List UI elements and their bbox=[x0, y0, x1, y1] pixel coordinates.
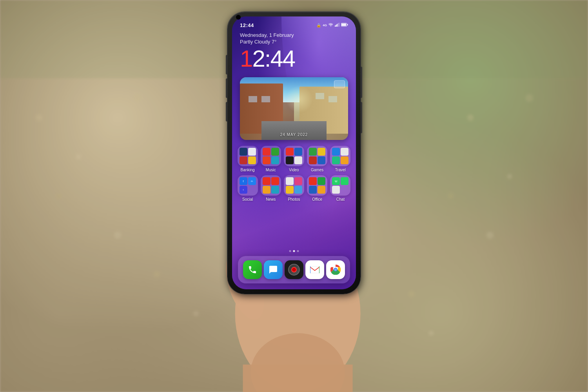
folder-news[interactable]: News bbox=[260, 175, 282, 201]
mini-app bbox=[286, 148, 294, 156]
photo-thumbnail-icon bbox=[334, 80, 345, 88]
mini-app bbox=[263, 186, 270, 194]
dock-camera-app[interactable] bbox=[285, 260, 303, 279]
mini-app bbox=[309, 177, 317, 185]
folder-photos-icon bbox=[284, 175, 304, 196]
mini-app bbox=[294, 156, 302, 164]
page-dot-3 bbox=[297, 250, 299, 252]
svg-point-8 bbox=[467, 114, 474, 121]
mini-app bbox=[286, 186, 294, 194]
network-bars-icon bbox=[335, 23, 339, 27]
page-dot-2-active bbox=[293, 250, 295, 252]
photo-widget[interactable]: 24 MAY 2022 bbox=[240, 77, 348, 140]
folder-video-icon bbox=[284, 146, 304, 166]
mini-app bbox=[318, 186, 325, 194]
mini-app bbox=[318, 148, 325, 156]
mini-app bbox=[318, 177, 325, 185]
battery-icon bbox=[341, 23, 348, 27]
mini-app bbox=[332, 148, 340, 156]
folder-music-label: Music bbox=[266, 168, 276, 172]
folder-video[interactable]: Video bbox=[283, 146, 305, 172]
mini-app: t bbox=[240, 186, 247, 194]
mini-app bbox=[341, 177, 348, 185]
dock-chrome-app[interactable] bbox=[326, 260, 345, 279]
folder-chat[interactable]: W Chat bbox=[329, 175, 351, 201]
folder-social-label: Social bbox=[242, 197, 253, 201]
svg-point-4 bbox=[76, 154, 81, 159]
mini-app bbox=[294, 148, 302, 156]
street-photo bbox=[240, 77, 348, 140]
svg-rect-28 bbox=[337, 24, 338, 27]
mini-app bbox=[248, 148, 256, 156]
mini-app bbox=[294, 177, 302, 185]
folder-music-icon bbox=[261, 146, 281, 166]
big-clock: 12:44 bbox=[240, 47, 295, 71]
page-indicator bbox=[289, 250, 299, 252]
mini-app bbox=[309, 156, 317, 164]
mini-app bbox=[263, 177, 270, 185]
svg-rect-27 bbox=[336, 25, 337, 27]
mini-app bbox=[318, 156, 325, 164]
folder-social-icon: f in t bbox=[238, 175, 258, 196]
folder-news-label: News bbox=[266, 197, 276, 201]
folder-photos[interactable]: Photos bbox=[283, 175, 305, 201]
mini-app bbox=[271, 156, 279, 164]
app-row-2: f in t Social bbox=[236, 175, 352, 201]
svg-rect-32 bbox=[347, 24, 348, 25]
phone: 12:44 🔒 4G bbox=[227, 12, 361, 294]
status-bar: 12:44 🔒 4G bbox=[232, 16, 356, 31]
phone-outer: 12:44 🔒 4G bbox=[227, 12, 361, 294]
folder-news-icon bbox=[261, 175, 281, 196]
mini-app bbox=[286, 177, 294, 185]
folder-travel-label: Travel bbox=[335, 168, 346, 172]
mini-app bbox=[248, 186, 256, 194]
clock-hour-digit: 1 bbox=[240, 45, 252, 72]
dock-gmail-app[interactable] bbox=[305, 260, 324, 279]
folder-banking-label: Banking bbox=[241, 168, 255, 172]
folder-office-icon bbox=[307, 175, 327, 196]
folder-music[interactable]: Music bbox=[260, 146, 282, 172]
svg-point-5 bbox=[133, 94, 141, 102]
weather-section: Wednesday, 1 February Partly Cloudy 7° bbox=[240, 32, 348, 45]
svg-point-12 bbox=[486, 232, 494, 239]
mini-app bbox=[332, 156, 340, 164]
svg-rect-33 bbox=[341, 24, 346, 26]
mini-app bbox=[248, 156, 256, 164]
mini-app bbox=[309, 186, 317, 194]
status-icons: 🔒 4G bbox=[316, 23, 348, 27]
mini-app bbox=[341, 156, 348, 164]
folder-office[interactable]: Office bbox=[306, 175, 328, 201]
dock-phone-app[interactable] bbox=[243, 260, 262, 279]
folder-photos-label: Photos bbox=[288, 197, 300, 201]
svg-point-40 bbox=[334, 269, 337, 271]
svg-point-25 bbox=[330, 26, 331, 27]
page-dot-1 bbox=[289, 250, 291, 252]
folder-video-label: Video bbox=[289, 168, 299, 172]
folder-banking-icon bbox=[238, 146, 258, 166]
folder-banking[interactable]: Banking bbox=[237, 146, 259, 172]
mini-app bbox=[271, 177, 279, 185]
folder-chat-icon: W bbox=[330, 175, 350, 196]
dock bbox=[238, 256, 350, 283]
mini-app: f bbox=[240, 177, 247, 185]
mini-app: W bbox=[332, 177, 340, 185]
camera-hole bbox=[236, 15, 241, 20]
folder-games[interactable]: Games bbox=[306, 146, 328, 172]
status-time: 12:44 bbox=[240, 22, 254, 28]
mini-app: in bbox=[248, 177, 256, 185]
mini-app bbox=[286, 156, 294, 164]
folder-travel[interactable]: Travel bbox=[329, 146, 351, 172]
svg-point-14 bbox=[194, 311, 198, 316]
mini-app bbox=[271, 186, 279, 194]
svg-point-9 bbox=[507, 174, 512, 179]
folder-social[interactable]: f in t Social bbox=[237, 175, 259, 201]
clock-remaining: 2:44 bbox=[252, 45, 295, 72]
svg-point-15 bbox=[408, 291, 415, 297]
photo-date-label: 24 MAY 2022 bbox=[280, 132, 308, 137]
svg-point-16 bbox=[429, 331, 434, 336]
mini-app bbox=[332, 186, 340, 194]
svg-point-13 bbox=[154, 271, 160, 278]
dock-messages-app[interactable] bbox=[264, 260, 283, 279]
wifi-icon bbox=[328, 23, 333, 27]
folder-office-label: Office bbox=[312, 197, 322, 201]
